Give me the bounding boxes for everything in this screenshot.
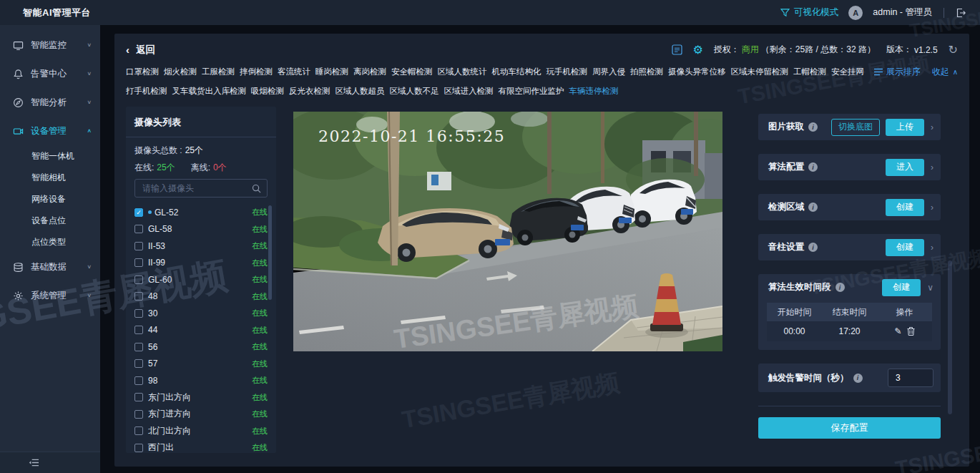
edit-icon[interactable]: ✎ [894,321,901,341]
sidebar-item-monitor[interactable]: 智能监控∨ [0,31,100,59]
tab-item[interactable]: 工服检测 [202,67,235,77]
camera-list-item[interactable]: 98在线 [134,372,268,389]
camera-list-item[interactable]: 西门出在线 [134,439,268,457]
camera-list-item[interactable]: II-99在线 [134,255,268,272]
camera-list-item[interactable]: II-53在线 [134,238,268,255]
camera-checkbox[interactable] [134,444,143,452]
camera-list-item[interactable]: 30在线 [134,305,268,322]
camera-checkbox[interactable] [134,343,143,351]
tab-item[interactable]: 区域人数不足 [390,86,439,97]
logout-icon[interactable] [956,8,966,18]
sidebar-subitem[interactable]: 设备点位 [0,210,100,231]
camera-search[interactable] [134,179,268,198]
chevron-down-icon[interactable]: ∨ [927,283,934,293]
camera-checkbox[interactable] [134,359,143,368]
camera-list-item[interactable]: 东门出方向在线 [134,389,268,406]
chevron-left-icon: ‹ [126,44,129,55]
tab-item[interactable]: 机动车结构化 [492,67,542,77]
tab-item[interactable]: 区域进入检测 [444,86,494,97]
camera-checkbox[interactable] [134,326,143,334]
camera-checkbox[interactable] [134,258,143,267]
sidebar-item-bell[interactable]: 告警中心∨ [0,59,100,88]
camera-checkbox[interactable] [134,242,143,250]
create-schedule-button[interactable]: 创建 [882,279,921,296]
camera-list-item[interactable]: GL-52在线 [134,204,268,221]
camera-list-item[interactable]: GL-60在线 [134,271,268,288]
camera-checkbox[interactable] [134,426,143,435]
camera-checkbox[interactable] [134,208,143,217]
tab-item[interactable]: 客流统计 [278,67,310,77]
tab-item[interactable]: 区域未停留检测 [731,67,789,77]
camera-checkbox[interactable] [134,309,143,318]
collapse-button[interactable]: 收起 ∧ [932,66,958,78]
camera-list-item[interactable]: 56在线 [134,338,268,356]
tab-item[interactable]: 睡岗检测 [315,67,348,77]
tab-item[interactable]: 安全挂网 [831,67,864,77]
menu-fold-icon[interactable] [29,458,39,467]
sidebar-subitem[interactable]: 智能一体机 [0,145,100,167]
settings-icon[interactable]: ⚙ [693,43,703,57]
create-region-button[interactable]: 创建 [886,199,924,216]
save-config-button[interactable]: 保存配置 [758,417,941,439]
camera-checkbox[interactable] [134,225,143,233]
tab-item[interactable]: 摄像头异常位移 [668,67,726,77]
search-icon[interactable] [252,184,261,193]
scrollbar-thumb[interactable] [948,260,952,414]
tab-item[interactable]: 区域人数统计 [438,67,487,77]
enter-button[interactable]: 进入 [886,159,924,176]
camera-list-item[interactable]: 东门进方向在线 [134,406,268,423]
scrollbar-thumb[interactable] [268,205,272,300]
tab-item[interactable]: 叉车载货出入库检测 [172,86,247,97]
trigger-time-input[interactable] [888,369,934,387]
sort-label: 展示排序 [886,66,921,78]
camera-list-item[interactable]: 44在线 [134,322,268,339]
sidebar-subitem[interactable]: 智能相机 [0,167,100,188]
camera-checkbox[interactable] [134,393,143,401]
tab-item[interactable]: 区域人数超员 [335,86,385,97]
camera-list-item[interactable]: 57在线 [134,356,268,373]
sidebar-subitem[interactable]: 点位类型 [0,231,100,253]
tab-item[interactable]: 烟火检测 [164,67,197,77]
tab-item[interactable]: 摔倒检测 [240,67,273,77]
sidebar-item-settings[interactable]: 系统管理∨ [0,281,100,310]
chevron-right-icon[interactable]: › [931,162,934,172]
sort-button[interactable]: 展示排序 [874,66,921,78]
camera-list-item[interactable]: 48在线 [134,288,268,306]
avatar[interactable]: A [848,6,863,20]
tab-item[interactable]: 工帽检测 [793,67,826,77]
chevron-right-icon[interactable]: › [931,203,934,213]
camera-search-input[interactable] [141,182,252,194]
camera-checkbox[interactable] [134,275,143,284]
upload-button[interactable]: 上传 [886,119,924,136]
tab-item[interactable]: 周界入侵 [592,67,625,77]
tab-item[interactable]: 玩手机检测 [547,67,588,77]
tab-item[interactable]: 安全帽检测 [391,67,433,77]
visual-mode-button[interactable]: 可视化模式 [780,6,839,19]
delete-icon[interactable] [907,327,915,336]
camera-list-item[interactable]: GL-58在线 [134,221,268,238]
camera-checkbox[interactable] [134,292,143,301]
back-button[interactable]: ‹ 返回 [126,44,155,57]
sidebar-subitem[interactable]: 网络设备 [0,188,100,210]
create-speaker-button[interactable]: 创建 [886,239,924,256]
sidebar-item-analysis[interactable]: 智能分析∨ [0,88,100,117]
chevron-right-icon[interactable]: › [931,122,934,132]
tab-item[interactable]: 拍照检测 [630,67,663,77]
tab-item[interactable]: 离岗检测 [353,67,386,77]
camera-checkbox[interactable] [134,376,143,385]
tab-item[interactable]: 反光衣检测 [289,86,330,97]
tab-item[interactable]: 吸烟检测 [251,86,284,97]
camera-name: 56 [148,342,247,352]
chevron-right-icon[interactable]: › [931,243,934,253]
tab-item[interactable]: 口罩检测 [126,67,159,77]
camera-checkbox[interactable] [134,410,143,419]
sidebar-item-device[interactable]: 设备管理∧ [0,117,100,145]
tab-item[interactable]: 有限空间作业监护 [499,86,564,97]
matrix-icon[interactable] [672,44,682,55]
tab-item[interactable]: 打手机检测 [126,86,167,97]
tab-item[interactable]: 车辆违停检测 [569,86,619,97]
refresh-icon[interactable]: ↻ [949,43,958,57]
camera-list-item[interactable]: 北门出方向在线 [134,423,268,440]
switch-basemap-button[interactable]: 切换底图 [831,119,880,136]
sidebar-item-database[interactable]: 基础数据∨ [0,253,100,281]
